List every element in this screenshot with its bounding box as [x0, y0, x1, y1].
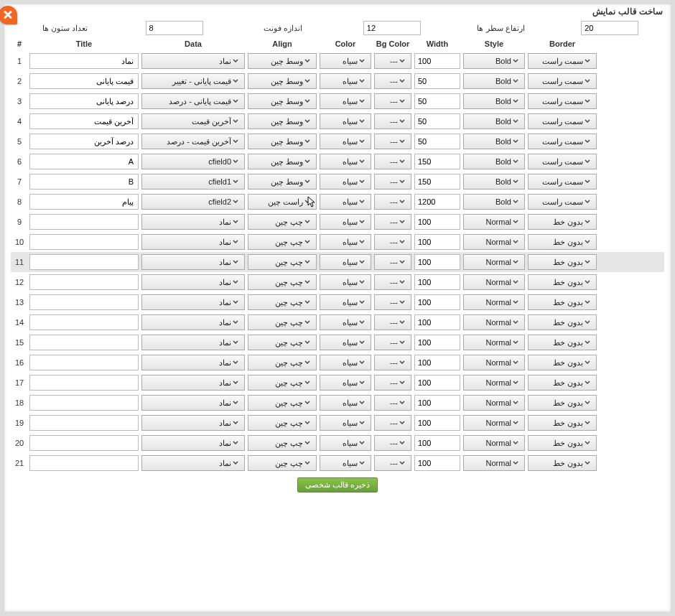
title-input[interactable] — [29, 415, 139, 431]
color-select[interactable]: سیاه — [320, 113, 371, 129]
align-select[interactable]: وسط چین — [248, 53, 317, 69]
data-select[interactable]: cfield2 — [141, 194, 245, 210]
border-select[interactable]: بدون خط — [528, 254, 597, 270]
align-select[interactable]: وسط چین — [248, 134, 317, 149]
align-select[interactable]: چپ چین — [248, 435, 317, 451]
title-input[interactable] — [29, 395, 139, 411]
data-select[interactable]: نماد — [141, 435, 245, 451]
close-button[interactable] — [0, 6, 17, 24]
border-select[interactable]: سمت راست — [528, 154, 597, 169]
bgcolor-select[interactable]: --- — [374, 254, 411, 270]
bgcolor-select[interactable]: --- — [374, 174, 411, 190]
align-select[interactable]: وسط چین — [248, 174, 317, 190]
data-select[interactable]: نماد — [141, 455, 245, 471]
data-select[interactable]: نماد — [141, 415, 245, 431]
align-select[interactable]: چپ چین — [248, 234, 317, 250]
align-select[interactable]: چپ چین — [248, 335, 317, 350]
align-select[interactable]: وسط چین — [248, 73, 317, 89]
style-select[interactable]: Normal — [463, 274, 525, 290]
width-input[interactable] — [414, 113, 460, 129]
border-select[interactable]: بدون خط — [528, 455, 597, 471]
color-select[interactable]: سیاه — [320, 455, 371, 471]
align-select[interactable]: چپ چین — [248, 214, 317, 230]
width-input[interactable] — [414, 234, 460, 250]
color-select[interactable]: سیاه — [320, 154, 371, 169]
title-input[interactable] — [29, 254, 139, 270]
border-select[interactable]: بدون خط — [528, 274, 597, 290]
border-select[interactable]: بدون خط — [528, 415, 597, 431]
border-select[interactable]: سمت راست — [528, 174, 597, 190]
bgcolor-select[interactable]: --- — [374, 113, 411, 129]
style-select[interactable]: Normal — [463, 314, 525, 330]
align-select[interactable]: چپ چین — [248, 314, 317, 330]
align-select[interactable]: وسط چین — [248, 154, 317, 169]
style-select[interactable]: Bold — [463, 134, 525, 149]
border-select[interactable]: بدون خط — [528, 435, 597, 451]
bgcolor-select[interactable]: --- — [374, 73, 411, 89]
style-select[interactable]: Bold — [463, 93, 525, 109]
border-select[interactable]: بدون خط — [528, 355, 597, 370]
style-select[interactable]: Normal — [463, 335, 525, 350]
color-select[interactable]: سیاه — [320, 435, 371, 451]
align-select[interactable]: چپ چین — [248, 254, 317, 270]
title-input[interactable] — [29, 335, 139, 350]
align-select[interactable]: راست چین — [248, 194, 317, 210]
data-select[interactable]: نماد — [141, 314, 245, 330]
bgcolor-select[interactable]: --- — [374, 294, 411, 310]
bgcolor-select[interactable]: --- — [374, 93, 411, 109]
style-select[interactable]: Normal — [463, 234, 525, 250]
width-input[interactable] — [414, 435, 460, 451]
title-input[interactable] — [29, 455, 139, 471]
width-input[interactable] — [414, 93, 460, 109]
style-select[interactable]: Bold — [463, 154, 525, 169]
title-input[interactable] — [29, 73, 139, 89]
width-input[interactable] — [414, 415, 460, 431]
width-input[interactable] — [414, 254, 460, 270]
bgcolor-select[interactable]: --- — [374, 435, 411, 451]
bgcolor-select[interactable]: --- — [374, 154, 411, 169]
style-select[interactable]: Normal — [463, 355, 525, 370]
cols-input[interactable] — [146, 21, 203, 35]
border-select[interactable]: سمت راست — [528, 194, 597, 210]
style-select[interactable]: Normal — [463, 294, 525, 310]
width-input[interactable] — [414, 314, 460, 330]
style-select[interactable]: Normal — [463, 415, 525, 431]
color-select[interactable]: سیاه — [320, 395, 371, 411]
title-input[interactable] — [29, 355, 139, 370]
style-select[interactable]: Normal — [463, 395, 525, 411]
data-select[interactable]: cfield0 — [141, 154, 245, 169]
data-select[interactable]: cfield1 — [141, 174, 245, 190]
bgcolor-select[interactable]: --- — [374, 375, 411, 391]
style-select[interactable]: Normal — [463, 435, 525, 451]
bgcolor-select[interactable]: --- — [374, 134, 411, 149]
align-select[interactable]: وسط چین — [248, 113, 317, 129]
border-select[interactable]: سمت راست — [528, 93, 597, 109]
color-select[interactable]: سیاه — [320, 134, 371, 149]
bgcolor-select[interactable]: --- — [374, 395, 411, 411]
color-select[interactable]: سیاه — [320, 214, 371, 230]
data-select[interactable]: نماد — [141, 395, 245, 411]
bgcolor-select[interactable]: --- — [374, 355, 411, 370]
width-input[interactable] — [414, 294, 460, 310]
style-select[interactable]: Normal — [463, 254, 525, 270]
color-select[interactable]: سیاه — [320, 93, 371, 109]
data-select[interactable]: نماد — [141, 214, 245, 230]
data-select[interactable]: نماد — [141, 355, 245, 370]
align-select[interactable]: چپ چین — [248, 415, 317, 431]
width-input[interactable] — [414, 375, 460, 391]
style-select[interactable]: Normal — [463, 455, 525, 471]
title-input[interactable] — [29, 314, 139, 330]
bgcolor-select[interactable]: --- — [374, 234, 411, 250]
color-select[interactable]: سیاه — [320, 355, 371, 370]
color-select[interactable]: سیاه — [320, 254, 371, 270]
style-select[interactable]: Normal — [463, 375, 525, 391]
data-select[interactable]: نماد — [141, 254, 245, 270]
title-input[interactable] — [29, 113, 139, 129]
width-input[interactable] — [414, 174, 460, 190]
style-select[interactable]: Bold — [463, 113, 525, 129]
border-select[interactable]: بدون خط — [528, 335, 597, 350]
color-select[interactable]: سیاه — [320, 194, 371, 210]
bgcolor-select[interactable]: --- — [374, 194, 411, 210]
data-select[interactable]: نماد — [141, 234, 245, 250]
data-select[interactable]: قیمت پایانی - تغییر — [141, 73, 245, 89]
